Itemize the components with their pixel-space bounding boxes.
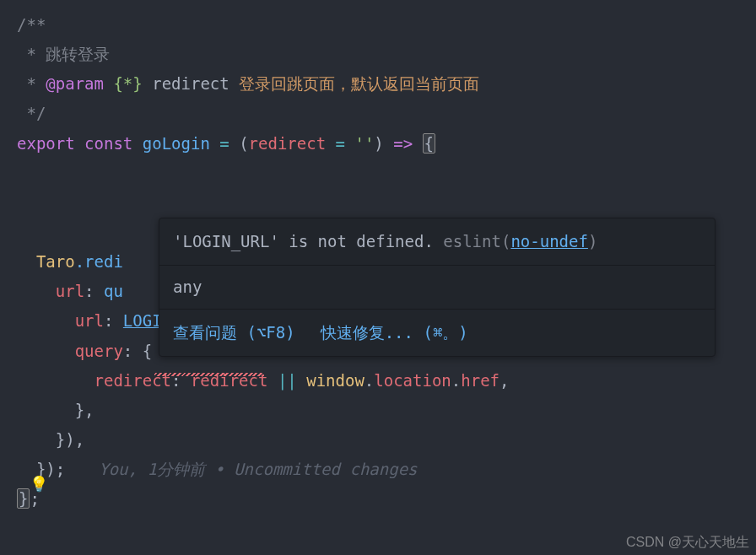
quick-fix-action[interactable]: 快速修复... (⌘。) (321, 318, 468, 348)
doc-comment-close: */ (17, 99, 756, 128)
popup-actions: 查看问题 (⌥F8) 快速修复... (⌘。) (159, 310, 715, 356)
close-outer: });You, 1分钟前 • Uncommitted changes (17, 455, 756, 484)
redirect-line: redirect: redirect || window.location.hr… (17, 366, 756, 396)
blank-line (17, 159, 756, 188)
view-problem-action[interactable]: 查看问题 (⌥F8) (173, 318, 295, 348)
diagnostic-message: 'LOGIN_URL' is not defined. eslint(no-un… (159, 218, 715, 266)
watermark: CSDN @天心天地生 (626, 530, 749, 555)
export-line: export const goLogin = (redirect = '') =… (17, 129, 756, 159)
lightbulb-icon[interactable]: 💡 (30, 470, 48, 498)
close-call: }), (17, 425, 756, 455)
gitlens-annotation: You, 1分钟前 • Uncommitted changes (99, 460, 417, 478)
doc-comment-open: /** (17, 10, 756, 40)
close-fn: }; (17, 484, 756, 514)
eslint-rule-link[interactable]: no-undef (510, 232, 588, 251)
type-info: any (159, 266, 715, 310)
close-query: }, (17, 396, 756, 425)
doc-comment-line: * 跳转登录 (17, 40, 756, 69)
hover-diagnostic-popup: 'LOGIN_URL' is not defined. eslint(no-un… (159, 218, 716, 357)
blank-line (17, 188, 756, 218)
error-squiggle (154, 373, 264, 376)
doc-comment-param: * @param {*} redirect 登录回跳页面，默认返回当前页面 (17, 69, 756, 99)
